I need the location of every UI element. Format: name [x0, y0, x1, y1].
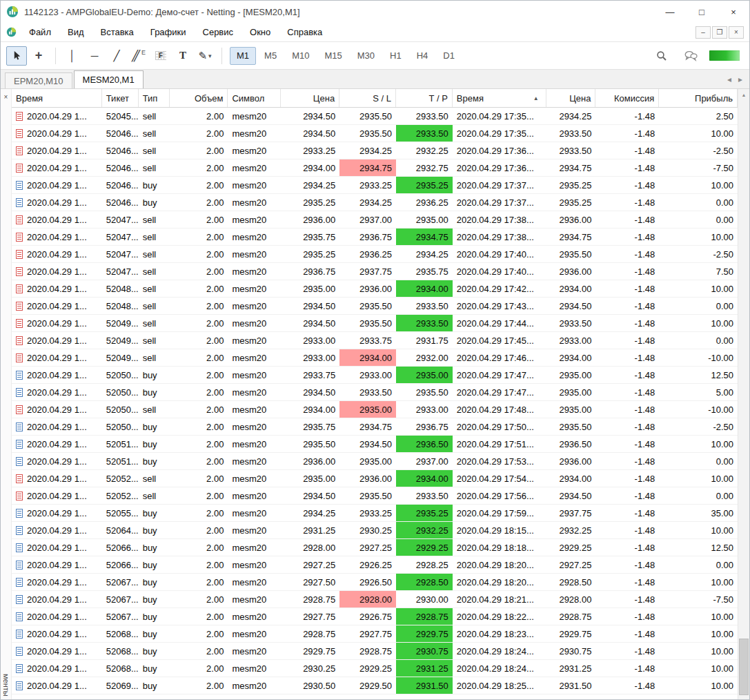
- table-row[interactable]: 2020.04.29 1...52069...buy2.00mesm202930…: [12, 677, 738, 694]
- text-tool[interactable]: T: [172, 46, 193, 66]
- menu-item-window[interactable]: Окно: [241, 23, 279, 41]
- cell-time_close: 2020.04.29 17:53...: [453, 453, 546, 469]
- column-header-tp[interactable]: T / P: [396, 89, 453, 107]
- column-header-profit[interactable]: Прибыль: [659, 89, 738, 107]
- table-row[interactable]: 2020.04.29 1...52049...sell2.00mesm20293…: [12, 332, 738, 349]
- equidistant-channel-tool[interactable]: ╱E: [128, 46, 149, 66]
- table-row[interactable]: 2020.04.29 1...52046...buy2.00mesm202934…: [12, 177, 738, 194]
- table-row[interactable]: 2020.04.29 1...52046...sell2.00mesm20293…: [12, 125, 738, 142]
- table-row[interactable]: 2020.04.29 1...52050...sell2.00mesm20293…: [12, 401, 738, 418]
- table-row[interactable]: 2020.04.29 1...52046...buy2.00mesm202935…: [12, 194, 738, 211]
- search-icon[interactable]: [651, 46, 672, 66]
- cell-type: sell: [139, 280, 170, 297]
- vertical-scrollbar[interactable]: ▲: [738, 89, 749, 699]
- table-row[interactable]: 2020.04.29 1...52051...buy2.00mesm202935…: [12, 436, 738, 453]
- column-header-commission[interactable]: Комиссия: [595, 89, 659, 107]
- cell-price_close: 2928.50: [546, 574, 596, 590]
- table-row[interactable]: 2020.04.29 1...52049...sell2.00mesm20293…: [12, 349, 738, 367]
- table-row[interactable]: 2020.04.29 1...52050...buy2.00mesm202934…: [12, 384, 738, 401]
- table-row[interactable]: 2020.04.29 1...52045...sell2.00mesm20293…: [12, 108, 738, 125]
- table-row[interactable]: 2020.04.29 1...52048...sell2.00mesm20293…: [12, 298, 738, 315]
- table-row[interactable]: 2020.04.29 1...52049...sell2.00mesm20293…: [12, 315, 738, 332]
- timeframe-H1[interactable]: H1: [383, 47, 408, 65]
- menu-item-charts[interactable]: Графики: [142, 23, 195, 41]
- toolbox-close-button[interactable]: ×: [4, 89, 8, 101]
- column-header-ticket[interactable]: Тикет: [102, 89, 139, 107]
- tabs-prev-icon[interactable]: ◂: [727, 75, 731, 84]
- close-button[interactable]: ×: [718, 1, 749, 23]
- table-row[interactable]: 2020.04.29 1...52047...sell2.00mesm20293…: [12, 263, 738, 280]
- tabs-next-icon[interactable]: ▸: [738, 75, 742, 84]
- table-row[interactable]: 2020.04.29 1...52047...sell2.00mesm20293…: [12, 229, 738, 246]
- table-row[interactable]: 2020.04.29 1...52068...buy2.00mesm202928…: [12, 625, 738, 643]
- minimize-button[interactable]: —: [654, 1, 686, 23]
- table-row[interactable]: 2020.04.29 1...52051...buy2.00mesm202936…: [12, 453, 738, 470]
- cell-type: sell: [139, 315, 170, 331]
- cell-tp: 2933.50: [396, 125, 453, 142]
- column-header-sl[interactable]: S / L: [339, 89, 396, 107]
- column-header-volume[interactable]: Объем: [170, 89, 228, 107]
- timeframe-M5[interactable]: M5: [257, 47, 284, 65]
- table-row[interactable]: 2020.04.29 1...52046...sell2.00mesm20293…: [12, 142, 738, 159]
- column-header-symbol[interactable]: Символ: [228, 89, 281, 107]
- cell-time_close: 2020.04.29 17:38...: [453, 229, 546, 245]
- trend-line-tool[interactable]: ╱: [106, 46, 127, 66]
- table-row[interactable]: 2020.04.29 1...52047...sell2.00mesm20293…: [12, 211, 738, 229]
- timeframe-D1[interactable]: D1: [436, 47, 462, 65]
- timeframe-M30[interactable]: M30: [351, 47, 382, 65]
- mdi-minimize-button[interactable]: –: [695, 26, 711, 39]
- menu-item-help[interactable]: Справка: [279, 23, 330, 41]
- timeframe-M10[interactable]: M10: [285, 47, 316, 65]
- chart-tab-epm20-m10[interactable]: EPM20,M10: [5, 72, 72, 88]
- table-row[interactable]: 2020.04.29 1...52050...buy2.00mesm202933…: [12, 367, 738, 384]
- menu-item-tools[interactable]: Сервис: [195, 23, 242, 41]
- fibonacci-icon: F: [155, 51, 166, 60]
- horizontal-line-tool[interactable]: ─: [84, 46, 105, 66]
- table-row[interactable]: 2020.04.29 1...52052...sell2.00mesm20293…: [12, 487, 738, 505]
- vertical-line-tool[interactable]: │: [62, 46, 83, 66]
- cell-time_close: 2020.04.29 18:24...: [453, 660, 546, 677]
- menu-item-insert[interactable]: Вставка: [92, 23, 142, 41]
- table-row[interactable]: 2020.04.29 1...52046...sell2.00mesm20293…: [12, 159, 738, 177]
- fibonacci-tool[interactable]: F: [150, 46, 171, 66]
- scroll-thumb[interactable]: [739, 639, 749, 695]
- table-row[interactable]: 2020.04.29 1...52047...sell2.00mesm20293…: [12, 246, 738, 263]
- table-row[interactable]: 2020.04.29 1...52067...buy2.00mesm202928…: [12, 591, 738, 608]
- maximize-button[interactable]: □: [686, 1, 718, 23]
- table-row[interactable]: 2020.04.29 1...52050...buy2.00mesm202935…: [12, 418, 738, 436]
- shapes-tool[interactable]: ✎▾: [195, 46, 215, 66]
- table-row[interactable]: 2020.04.29 1...52067...buy2.00mesm202927…: [12, 574, 738, 591]
- table-row[interactable]: 2020.04.29 1...52068...buy2.00mesm202930…: [12, 660, 738, 677]
- table-row[interactable]: 2020.04.29 1...52067...buy2.00mesm202927…: [12, 608, 738, 625]
- scroll-up-icon[interactable]: ▲: [738, 89, 749, 100]
- table-row[interactable]: 2020.04.29 1...52048...sell2.00mesm20293…: [12, 280, 738, 298]
- cell-sl: 2930.25: [339, 522, 396, 538]
- column-header-time_open[interactable]: Время: [12, 89, 102, 107]
- timeframe-M15[interactable]: M15: [317, 47, 348, 65]
- column-header-type[interactable]: Тип: [139, 89, 170, 107]
- chat-icon[interactable]: [680, 46, 701, 66]
- mdi-restore-button[interactable]: ❐: [712, 26, 727, 39]
- cursor-tool[interactable]: [6, 46, 27, 66]
- cell-text: 2020.04.29 1...: [27, 422, 87, 432]
- cell-sl: 2933.25: [339, 505, 396, 521]
- table-row[interactable]: 2020.04.29 1...52066...buy2.00mesm202928…: [12, 539, 738, 556]
- table-row[interactable]: 2020.04.29 1...52068...buy2.00mesm202929…: [12, 643, 738, 660]
- menu-item-view[interactable]: Вид: [59, 23, 92, 41]
- menu-item-file[interactable]: Файл: [21, 23, 59, 41]
- table-row[interactable]: 2020.04.29 1...52052...sell2.00mesm20293…: [12, 470, 738, 487]
- table-row[interactable]: 2020.04.29 1...52055...buy2.00mesm202934…: [12, 505, 738, 522]
- scroll-track[interactable]: [738, 100, 749, 699]
- crosshair-tool[interactable]: +: [28, 46, 49, 66]
- column-header-price_close[interactable]: Цена: [546, 89, 596, 107]
- timeframe-H4[interactable]: H4: [410, 47, 435, 65]
- timeframe-M1[interactable]: M1: [230, 47, 256, 65]
- table-row[interactable]: 2020.04.29 1...52064...buy2.00mesm202931…: [12, 522, 738, 539]
- column-header-time_close[interactable]: Время▲: [453, 89, 546, 107]
- toolbox-tab[interactable]: менты: [2, 674, 10, 699]
- mdi-close-button[interactable]: ×: [729, 26, 744, 39]
- column-header-price_open[interactable]: Цена: [281, 89, 339, 107]
- table-row[interactable]: 2020.04.29 1...52066...buy2.00mesm202927…: [12, 556, 738, 574]
- chart-tab-mesm20-m1[interactable]: MESM20,M1: [74, 70, 144, 88]
- cell-text: 2020.04.29 1...: [27, 146, 87, 156]
